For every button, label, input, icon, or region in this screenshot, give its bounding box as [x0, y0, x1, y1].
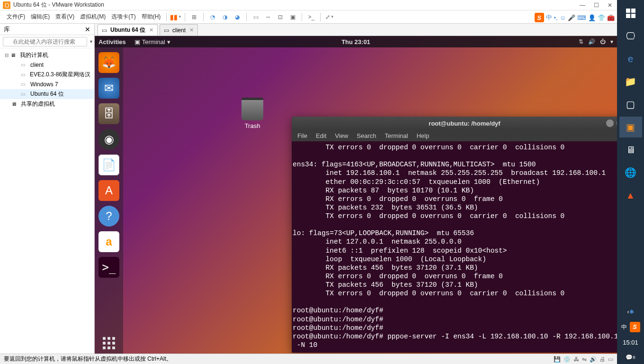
ime-mic-icon[interactable]: 🎤: [568, 14, 575, 21]
fullscreen-button[interactable]: ▭: [251, 12, 260, 22]
minimize-button[interactable]: —: [580, 2, 585, 9]
stretch-button[interactable]: ⤢▼: [325, 12, 334, 22]
tab-client[interactable]: ▭ client ✕: [160, 24, 198, 36]
separator: [203, 13, 204, 21]
terminal-app-menu[interactable]: ▣ Terminal ▾: [134, 38, 170, 46]
explorer-icon[interactable]: 📁: [619, 71, 642, 92]
status-disk-icon[interactable]: 💾: [554, 356, 561, 363]
power-icon[interactable]: ⏻: [600, 38, 606, 45]
console-button[interactable]: >_: [306, 12, 316, 22]
snapshot-manager-button[interactable]: ◕: [233, 12, 242, 22]
pause-button[interactable]: ▮▮▼: [171, 12, 180, 22]
tree-item-eve[interactable]: EVE2.0.3-86聚星网络汉: [0, 70, 94, 80]
ubuntu-software-icon[interactable]: A: [98, 180, 119, 201]
library-close-button[interactable]: ✕: [85, 26, 90, 33]
thunderbird-icon[interactable]: ✉: [98, 78, 119, 99]
term-menu-terminal[interactable]: Terminal: [381, 131, 412, 140]
terminal-dock-icon[interactable]: >_: [98, 257, 119, 278]
tree-root-shared[interactable]: 共享的虚拟机: [0, 99, 94, 109]
files-icon[interactable]: 🗄: [98, 103, 119, 124]
status-message: 要返回到您的计算机，请将鼠标指针从虚拟机中移出或按 Ctrl+Alt。: [4, 355, 172, 363]
separator: [302, 13, 302, 21]
menu-vm[interactable]: 虚拟机(M): [77, 11, 108, 23]
tray-ime[interactable]: 中 S: [619, 320, 642, 334]
term-menu-file[interactable]: File: [294, 131, 311, 140]
help-icon[interactable]: ?: [98, 206, 119, 227]
tree-toggle-icon[interactable]: ⊟: [5, 53, 10, 58]
tab-ubuntu64[interactable]: ▭ Ubuntu 64 位 ✕: [98, 24, 158, 36]
sogou-tray-icon: S: [630, 322, 640, 332]
activities-button[interactable]: Activities: [98, 38, 126, 46]
term-menu-help[interactable]: Help: [413, 131, 433, 140]
tab-close-button[interactable]: ✕: [149, 27, 153, 33]
sogou-icon[interactable]: S: [535, 13, 544, 22]
search-dropdown-icon[interactable]: ▼: [89, 39, 93, 44]
ime-punct-icon[interactable]: •,: [554, 14, 558, 21]
tray-expand-icon[interactable]: ‹ ✱: [619, 305, 642, 318]
tb-app-icon[interactable]: 🖥: [619, 139, 642, 160]
edge-icon[interactable]: e: [619, 48, 642, 69]
maximize-button[interactable]: ☐: [594, 2, 599, 9]
terminal-titlebar[interactable]: root@ubuntu: /home/dyf: [292, 117, 617, 130]
ime-toolbox-icon[interactable]: 🧰: [607, 14, 615, 21]
tree-root-mycomputer[interactable]: ⊟ 我的计算机: [0, 50, 94, 60]
trash-desktop-icon[interactable]: Trash: [242, 98, 263, 129]
menu-edit[interactable]: 编辑(E): [28, 11, 53, 23]
term-menu-edit[interactable]: Edit: [312, 131, 330, 140]
taskview-icon[interactable]: 🖵: [619, 26, 642, 46]
term-menu-search[interactable]: Search: [353, 131, 380, 140]
unity-button[interactable]: ▫▫: [263, 12, 273, 22]
menu-file[interactable]: 文件(F): [4, 11, 28, 23]
menu-help[interactable]: 帮助(H): [139, 11, 164, 23]
vmware-active-icon[interactable]: ▣: [619, 117, 642, 137]
vlc-icon[interactable]: ▲: [619, 185, 642, 206]
tab-close-button[interactable]: ✕: [189, 27, 194, 33]
ime-skin-icon[interactable]: 👕: [598, 14, 605, 21]
status-cd-icon[interactable]: 💿: [564, 356, 571, 363]
tree-item-client[interactable]: client: [0, 60, 94, 70]
volume-icon[interactable]: 🔊: [588, 38, 595, 45]
network-icon[interactable]: ⇅: [579, 38, 583, 45]
amazon-icon[interactable]: a: [98, 231, 119, 252]
snapshot-button[interactable]: ◔: [208, 12, 217, 22]
ime-person-icon[interactable]: 👤: [588, 14, 596, 21]
libreoffice-writer-icon[interactable]: 📄: [98, 155, 119, 175]
view-single-button[interactable]: ▣: [288, 12, 297, 22]
menu-tabs[interactable]: 选项卡(T): [108, 11, 138, 23]
vm-icon: [21, 71, 28, 79]
status-printer-icon[interactable]: 🖨: [599, 356, 605, 363]
ime-keyboard-icon[interactable]: ⌨: [577, 14, 586, 21]
ime-lang[interactable]: 中: [546, 13, 552, 22]
status-display-icon[interactable]: ▭: [608, 356, 613, 363]
chrome-icon[interactable]: 🌐: [619, 162, 642, 183]
status-net-icon[interactable]: 🖧: [573, 356, 579, 363]
show-apps-icon[interactable]: [98, 333, 119, 354]
ime-toolbar[interactable]: S 中 •, ☺ 🎤 ⌨ 👤 👕 🧰: [535, 13, 615, 22]
ubuntu-clock[interactable]: Thu 23:01: [341, 38, 370, 46]
library-search-input[interactable]: [3, 37, 87, 46]
terminal-output[interactable]: TX errors 0 dropped 0 overruns 0 carrier…: [292, 141, 617, 353]
close-window-button[interactable]: ✕: [608, 2, 612, 9]
terminal-maximize-button[interactable]: [617, 119, 617, 127]
action-center-icon[interactable]: 💬8: [619, 351, 642, 364]
system-menu-icon[interactable]: ▾: [610, 38, 613, 45]
menu-view[interactable]: 查看(V): [53, 11, 77, 23]
computer-icon: [10, 52, 18, 59]
status-sound-icon[interactable]: 🔊: [590, 356, 597, 363]
vmware-tb-icon[interactable]: ▢: [619, 94, 642, 115]
taskbar-clock[interactable]: 15:01: [619, 336, 642, 349]
term-menu-view[interactable]: View: [331, 131, 352, 140]
status-usb-icon[interactable]: ⇋: [582, 356, 587, 363]
svg-rect-2: [626, 14, 630, 18]
snapshot-revert-button[interactable]: ◑: [220, 12, 230, 22]
vm-screen[interactable]: Activities ▣ Terminal ▾ Thu 23:01 ⇅ 🔊 ⏻ …: [95, 36, 617, 354]
tree-item-ubuntu64[interactable]: Ubuntu 64 位: [0, 89, 94, 99]
tree-item-windows7[interactable]: Windows 7: [0, 80, 94, 89]
send-ctrlaltdel-button[interactable]: ⊞: [189, 12, 199, 22]
firefox-icon[interactable]: 🦊: [98, 52, 119, 73]
start-button[interactable]: [619, 3, 642, 24]
rhythmbox-icon[interactable]: ◉: [98, 129, 119, 150]
terminal-minimize-button[interactable]: [606, 119, 614, 127]
view-multi-button[interactable]: ⊡: [276, 12, 285, 22]
ime-smile-icon[interactable]: ☺: [560, 14, 566, 21]
